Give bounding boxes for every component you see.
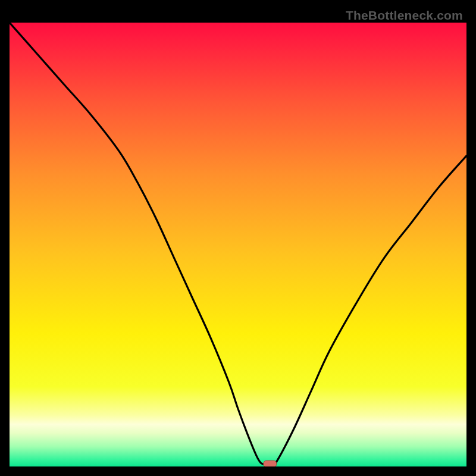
chart-plot-area — [10, 23, 466, 466]
watermark-text: TheBottleneck.com — [346, 8, 463, 23]
optimum-marker — [264, 461, 277, 466]
chart-background — [10, 23, 466, 466]
chart-svg — [10, 23, 466, 466]
chart-frame: TheBottleneck.com — [10, 10, 466, 466]
